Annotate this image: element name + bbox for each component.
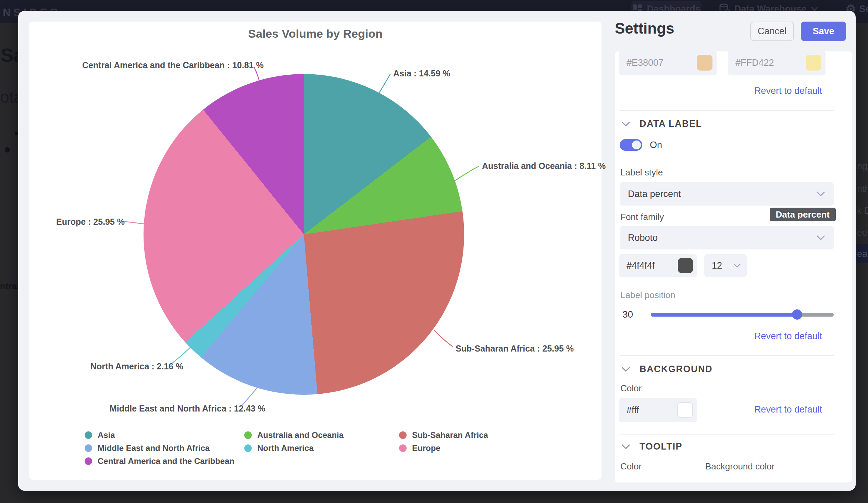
legend-label: Asia — [97, 430, 115, 440]
revert-series-colors-link[interactable]: Revert to default — [754, 86, 822, 96]
background-color-input[interactable]: #fff — [619, 398, 697, 422]
pie-slice-label: Middle East and North Africa : 12.43 % — [110, 404, 266, 413]
series-color-hex-2: #FFD422 — [735, 58, 806, 68]
legend-label: Europe — [412, 443, 441, 453]
font-size-dropdown[interactable]: 12 — [704, 254, 747, 277]
section-divider — [620, 355, 834, 356]
nav-settings-label-partial: Se — [859, 4, 868, 14]
tooltip-color-label: Color — [620, 461, 642, 472]
pie-slice-label: Europe : 25.95 % — [56, 217, 125, 227]
legend-label: North America — [257, 443, 313, 453]
font-family-label: Font family — [620, 212, 664, 222]
section-header-tooltip[interactable]: TOOLTIP — [621, 441, 682, 452]
revert-background-link[interactable]: Revert to default — [754, 404, 822, 415]
series-color-hex-1: #E38007 — [627, 58, 697, 68]
legend-item[interactable]: Australia and Oceania — [244, 430, 343, 440]
legend-label: Sub-Saharan Africa — [412, 430, 488, 440]
legend-item[interactable]: Central America and the Caribbean — [85, 456, 234, 466]
legend-item[interactable]: Middle East and North Africa — [85, 443, 210, 453]
slider-fill — [651, 313, 797, 317]
label-position-slider[interactable] — [651, 313, 834, 317]
toggle-knob — [632, 141, 641, 150]
legend-label: Middle East and North Africa — [97, 443, 210, 453]
font-size-value: 12 — [712, 260, 733, 271]
section-header-data-label[interactable]: DATA LABEL — [621, 119, 702, 129]
background-bullet-fragment — [5, 147, 10, 153]
save-button[interactable]: Save — [801, 22, 846, 41]
section-divider — [620, 434, 834, 435]
chart-settings-modal: Sales Volume by Region Asia : 14.59 %Aus… — [18, 11, 856, 491]
legend-dot — [244, 431, 252, 439]
legend-item[interactable]: Asia — [85, 430, 115, 440]
background-menu-fragment: k D — [857, 206, 868, 216]
legend-label: Central America and the Caribbean — [97, 456, 234, 466]
background-color-hex: #fff — [627, 405, 677, 415]
cancel-button[interactable]: Cancel — [750, 22, 794, 41]
revert-data-label-link[interactable]: Revert to default — [754, 331, 822, 342]
legend-dot — [244, 444, 252, 452]
pie-slice-label: Sub-Saharan Africa : 25.95 % — [456, 344, 574, 353]
legend-item[interactable]: Sub-Saharan Africa — [399, 430, 488, 440]
chevron-down-icon — [816, 191, 826, 197]
background-menu-fragment: nge — [857, 161, 868, 172]
dropdown-tooltip: Data percent — [770, 208, 836, 221]
chevron-down-icon — [621, 444, 631, 450]
background-menu-fragment: ear — [857, 249, 868, 259]
chevron-down-icon — [621, 366, 631, 372]
series-color-input-2[interactable]: #FFD422 — [728, 51, 826, 75]
legend-item[interactable]: North America — [244, 443, 313, 453]
chart-preview-card: Sales Volume by Region Asia : 14.59 %Aus… — [29, 22, 601, 480]
legend-dot — [399, 431, 406, 439]
series-color-swatch-1[interactable] — [697, 55, 713, 71]
pie-chart[interactable] — [144, 74, 464, 395]
series-color-input-1[interactable]: #E38007 — [619, 51, 716, 75]
font-color-input[interactable]: #4f4f4f — [619, 254, 697, 277]
slider-thumb[interactable] — [792, 309, 802, 320]
label-style-value: Data percent — [628, 189, 816, 199]
section-header-background[interactable]: BACKGROUND — [621, 364, 713, 374]
label-position-label: Label position — [620, 290, 675, 300]
background-menu-fragment: nth — [857, 184, 868, 194]
font-color-swatch[interactable] — [678, 258, 693, 273]
settings-scroll-panel: #E38007 #FFD422 Revert to default DATA L… — [615, 51, 852, 482]
background-text-fragment: ntral — [0, 281, 19, 291]
legend-dot — [85, 444, 92, 452]
label-style-dropdown[interactable]: Data percent — [620, 182, 834, 206]
section-divider — [620, 110, 834, 111]
font-family-dropdown[interactable]: Roboto — [620, 226, 834, 249]
chevron-down-icon — [811, 7, 818, 11]
background-menu-fragment: eek — [857, 227, 868, 238]
background-color-label: Color — [620, 383, 642, 394]
label-position-value: 30 — [622, 309, 633, 320]
legend-label: Australia and Oceania — [257, 430, 343, 440]
background-color-swatch[interactable] — [677, 402, 693, 418]
font-color-hex: #4f4f4f — [627, 260, 678, 271]
chevron-down-icon — [621, 121, 631, 127]
pie-slice-label: Asia : 14.59 % — [393, 69, 451, 79]
data-label-toggle[interactable] — [620, 139, 642, 151]
chevron-down-icon — [816, 235, 826, 241]
legend-dot — [85, 431, 92, 439]
section-title: BACKGROUND — [640, 364, 713, 374]
section-title: DATA LABEL — [640, 119, 702, 129]
pie-slice-label: Australia and Oceania : 8.11 % — [482, 161, 606, 171]
settings-panel-title: Settings — [615, 20, 674, 37]
label-style-label: Label style — [620, 167, 663, 178]
legend-item[interactable]: Europe — [399, 443, 441, 453]
legend-dot — [399, 444, 406, 452]
chart-title: Sales Volume by Region — [29, 27, 601, 40]
chevron-down-icon — [733, 263, 741, 268]
font-family-value: Roboto — [628, 233, 816, 243]
toggle-state-label: On — [650, 140, 662, 151]
series-color-swatch-2[interactable] — [806, 55, 822, 71]
pie-slice-label: Central America and the Caribbean : 10.8… — [82, 60, 264, 70]
pie-slice-label: North America : 2.16 % — [91, 361, 183, 371]
legend-dot — [85, 458, 92, 465]
tooltip-bg-color-label: Background color — [705, 461, 775, 472]
section-title: TOOLTIP — [640, 441, 682, 452]
